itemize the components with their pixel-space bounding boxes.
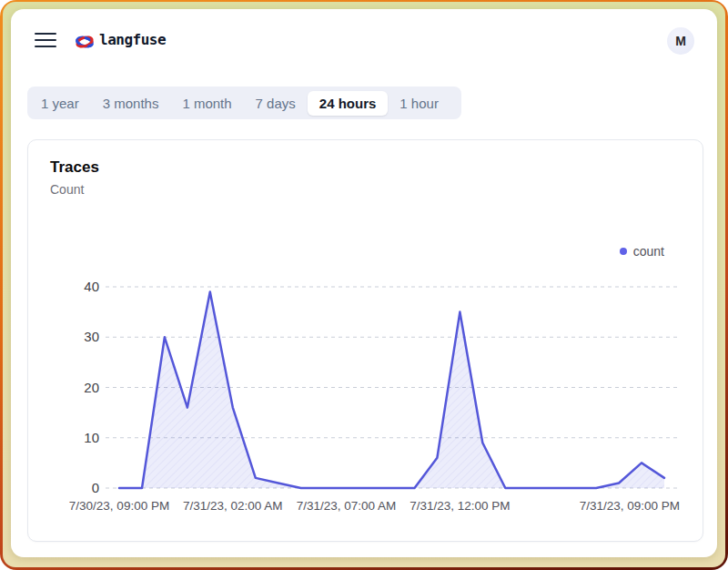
svg-text:7/31/23, 09:00 PM: 7/31/23, 09:00 PM [580, 499, 680, 513]
hamburger-menu-icon[interactable] [35, 33, 56, 49]
svg-text:10: 10 [84, 430, 99, 445]
tab-1-hour[interactable]: 1 hour [388, 91, 450, 116]
traces-card: Traces Count count 0102030407/30/23, 09:… [27, 139, 703, 542]
chart-area: 0102030407/30/23, 09:00 PM7/31/23, 02:00… [37, 270, 689, 529]
tab-24-hours[interactable]: 24 hours [308, 91, 389, 116]
tab-7-days[interactable]: 7 days [244, 91, 308, 116]
svg-text:30: 30 [84, 329, 99, 344]
tab-1-year[interactable]: 1 year [29, 91, 91, 116]
legend-dot-icon [620, 248, 627, 255]
svg-text:7/30/23, 09:00 PM: 7/30/23, 09:00 PM [69, 499, 169, 513]
user-avatar[interactable]: M [667, 27, 694, 55]
svg-text:7/31/23, 02:00 AM: 7/31/23, 02:00 AM [183, 499, 283, 513]
app-wordmark: langfuse [99, 31, 166, 48]
legend-label: count [633, 244, 664, 259]
card-subtitle: Count [50, 182, 84, 197]
tab-3-months[interactable]: 3 months [91, 91, 171, 116]
card-title: Traces [50, 158, 99, 177]
svg-text:7/31/23, 07:00 AM: 7/31/23, 07:00 AM [297, 499, 397, 513]
langfuse-logo-icon [74, 34, 96, 50]
tab-1-month[interactable]: 1 month [170, 91, 243, 116]
svg-text:40: 40 [84, 279, 99, 294]
svg-text:7/31/23, 12:00 PM: 7/31/23, 12:00 PM [410, 499, 510, 513]
time-range-tabbar: 1 year 3 months 1 month 7 days 24 hours … [27, 87, 461, 119]
chart-legend: count [620, 244, 664, 259]
svg-text:0: 0 [92, 480, 99, 495]
traces-chart-svg: 0102030407/30/23, 09:00 PM7/31/23, 02:00… [37, 270, 689, 529]
svg-text:20: 20 [84, 380, 99, 395]
app-window: langfuse M 1 year 3 months 1 month 7 day… [11, 9, 717, 557]
